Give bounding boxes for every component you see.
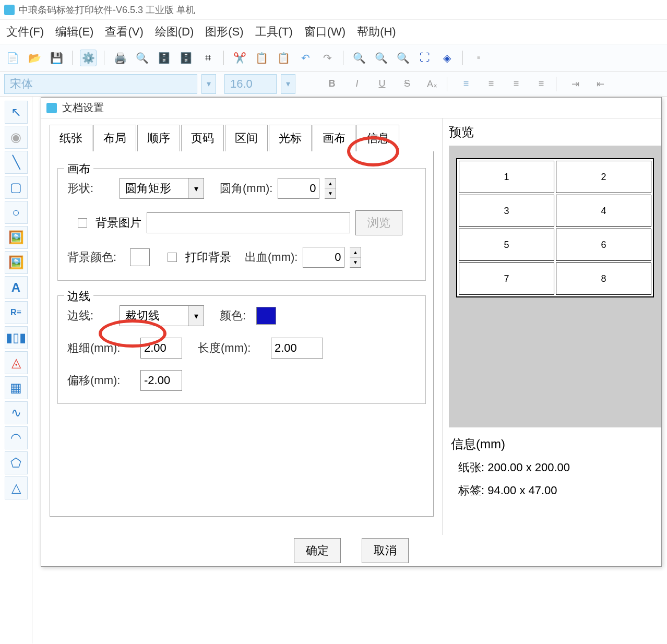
corner-spinner[interactable]: ▲▼ — [325, 178, 336, 199]
outdent-icon[interactable]: ⇤ — [592, 76, 609, 92]
copy-icon[interactable]: 📋 — [253, 50, 270, 66]
font-size-input[interactable]: 16.0 — [224, 74, 277, 94]
font-name-dropdown-icon[interactable]: ▾ — [201, 74, 216, 94]
menu-edit[interactable]: 编辑(E) — [55, 24, 93, 40]
arc-icon[interactable]: ◠ — [5, 426, 28, 449]
tab-order[interactable]: 顺序 — [137, 125, 180, 151]
preview-cell: 5 — [459, 229, 554, 261]
ok-button[interactable]: 确定 — [294, 538, 341, 563]
menu-window[interactable]: 窗口(W) — [304, 24, 346, 40]
align-left-icon[interactable]: ≡ — [458, 76, 474, 92]
zoom-fit-icon[interactable]: ⛶ — [416, 50, 433, 66]
dropdown-icon[interactable]: ▾ — [188, 306, 204, 326]
bgimg-path-input[interactable] — [147, 212, 350, 233]
polygon-icon[interactable]: ⬠ — [5, 451, 28, 474]
grid-icon[interactable]: ⌗ — [199, 50, 216, 66]
border-color-swatch[interactable] — [256, 307, 276, 325]
border-combo[interactable]: 裁切线 ▾ — [120, 305, 204, 326]
new-icon[interactable]: 📄 — [4, 50, 21, 66]
align-right-icon[interactable]: ≡ — [508, 76, 525, 92]
zoom-in-icon[interactable]: 🔍 — [351, 50, 367, 66]
menu-help[interactable]: 帮助(H) — [357, 24, 396, 40]
tab-canvas[interactable]: 画布 — [313, 125, 355, 151]
image-icon[interactable]: 🖼️ — [5, 226, 28, 249]
redo-icon[interactable]: ↷ — [319, 50, 336, 66]
text-icon[interactable]: A — [5, 276, 28, 299]
bleed-input[interactable] — [303, 247, 344, 268]
undo-icon[interactable]: ↶ — [297, 50, 314, 66]
bgimg-checkbox[interactable] — [78, 218, 87, 228]
rounded-rect-icon[interactable]: ▢ — [5, 176, 28, 199]
offset-input[interactable] — [140, 370, 182, 391]
menu-file[interactable]: 文件(F) — [6, 24, 44, 40]
triangle-icon[interactable]: △ — [5, 476, 28, 499]
thick-label: 粗细(mm): — [67, 340, 135, 356]
zoom-out-icon[interactable]: 🔍 — [373, 50, 389, 66]
underline-icon[interactable]: U — [374, 76, 390, 92]
align-center-icon[interactable]: ≡ — [483, 76, 499, 92]
title-bar: 中琅条码标签打印软件-V6.5.3 工业版 单机 — [0, 0, 667, 20]
app-icon — [4, 5, 15, 15]
preview-cell: 7 — [459, 263, 554, 295]
print-preview-icon[interactable]: 🔍 — [134, 50, 150, 66]
line-icon[interactable]: ╲ — [5, 151, 28, 174]
cut-icon[interactable]: ✂️ — [231, 50, 248, 66]
tab-paper[interactable]: 纸张 — [50, 125, 92, 151]
curve-icon[interactable]: ∿ — [5, 401, 28, 424]
ellipse-icon[interactable]: ○ — [5, 201, 28, 224]
menu-view[interactable]: 查看(V) — [105, 24, 143, 40]
menu-draw[interactable]: 绘图(D) — [155, 24, 194, 40]
tab-cursor[interactable]: 光标 — [269, 125, 312, 151]
browse-button[interactable]: 浏览 — [355, 210, 402, 235]
paste-icon[interactable]: 📋 — [275, 50, 292, 66]
more-icon[interactable]: ▪ — [470, 50, 487, 66]
tab-info[interactable]: 信息 — [356, 125, 399, 151]
bgcolor-swatch[interactable] — [130, 248, 150, 266]
dropdown-icon[interactable]: ▾ — [188, 178, 204, 198]
italic-icon[interactable]: I — [349, 76, 365, 92]
tab-range[interactable]: 区间 — [225, 125, 268, 151]
info-section: 信息(mm) 纸张: 200.00 x 200.00 标签: 94.00 x 4… — [449, 427, 661, 507]
menu-tool[interactable]: 工具(T) — [255, 24, 293, 40]
corner-input[interactable] — [278, 178, 319, 199]
clear-format-icon[interactable]: Aₓ — [424, 76, 440, 92]
shape-combo[interactable]: 圆角矩形 ▾ — [120, 178, 204, 199]
separator — [72, 51, 73, 65]
zoom-icon[interactable]: 🔍 — [395, 50, 411, 66]
cancel-button[interactable]: 取消 — [362, 538, 409, 563]
align-justify-icon[interactable]: ≡ — [533, 76, 550, 92]
print-icon[interactable]: 🖨️ — [112, 50, 128, 66]
thick-input[interactable] — [140, 338, 182, 359]
tab-page[interactable]: 页码 — [181, 125, 224, 151]
richtext-icon[interactable]: R≡ — [5, 301, 28, 324]
shape-label: 形状: — [67, 181, 114, 196]
font-name-input[interactable]: 宋体 — [4, 74, 197, 94]
picture-icon[interactable]: 🖼️ — [5, 251, 28, 274]
border-group: 边线 边线: 裁切线 ▾ 颜色: 粗细(mm): 长度(mm): — [57, 295, 426, 404]
zoom-actual-icon[interactable]: ◈ — [438, 50, 455, 66]
border-value: 裁切线 — [120, 306, 188, 326]
bleed-spinner[interactable]: ▲▼ — [350, 247, 361, 268]
canvas-legend: 画布 — [64, 161, 93, 177]
save-icon[interactable]: 💾 — [48, 50, 65, 66]
indent-icon[interactable]: ⇥ — [567, 76, 583, 92]
database-icon[interactable]: 🗄️ — [156, 50, 172, 66]
database-add-icon[interactable]: 🗄️ — [177, 50, 194, 66]
length-input[interactable] — [271, 338, 323, 359]
strike-icon[interactable]: S — [399, 76, 415, 92]
gear-icon[interactable]: ⚙️ — [80, 50, 97, 66]
qrcode-icon[interactable]: ◬ — [5, 351, 28, 374]
barcode-icon[interactable]: ▮▯▮ — [5, 326, 28, 349]
pointer-icon[interactable]: ↖ — [5, 101, 28, 124]
tab-layout[interactable]: 布局 — [93, 125, 136, 151]
table-icon[interactable]: ▦ — [5, 376, 28, 399]
preview-cell: 6 — [556, 229, 651, 261]
printbg-checkbox[interactable] — [168, 253, 177, 262]
bold-icon[interactable]: B — [324, 76, 340, 92]
rotate-icon[interactable]: ◉ — [5, 126, 28, 149]
open-icon[interactable]: 📂 — [26, 50, 43, 66]
menu-shape[interactable]: 图形(S) — [205, 24, 243, 40]
bgcolor-label: 背景颜色: — [67, 249, 125, 265]
font-size-dropdown-icon[interactable]: ▾ — [281, 74, 295, 94]
bgimg-label: 背景图片 — [96, 215, 141, 231]
